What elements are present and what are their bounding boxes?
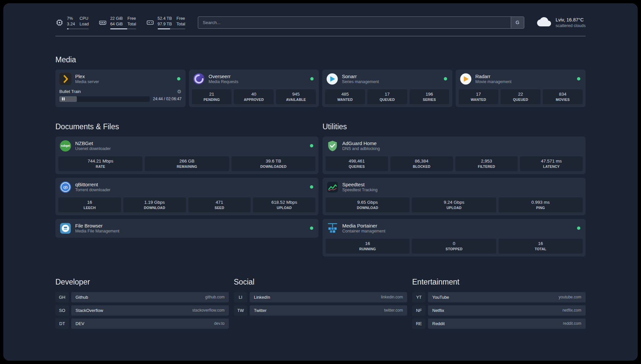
- service-card-plex[interactable]: Plex Media server Bullet Train ⚙: [55, 70, 186, 107]
- stat-value: 945: [277, 92, 315, 97]
- bookmark-url: youtube.com: [559, 295, 581, 299]
- top-bar: 7% 3.24 CPU Load: [55, 16, 586, 29]
- search-bar[interactable]: G: [198, 16, 524, 29]
- adguard-icon: [326, 140, 339, 152]
- section-entertainment: Entertainment YT YouTube youtube.com NF …: [412, 278, 586, 329]
- memory-total-label: Total: [127, 21, 136, 27]
- stat-value: 0: [412, 241, 495, 246]
- memory-icon: [99, 18, 107, 27]
- bookmark-reddit[interactable]: RE Reddit reddit.com: [412, 318, 586, 329]
- bookmark-name: Netflix: [432, 308, 444, 313]
- stat-value: 40: [234, 92, 273, 97]
- stat-value: 266 GB: [145, 159, 228, 164]
- bookmark-abbr: DT: [55, 318, 69, 329]
- status-dot: [310, 77, 314, 80]
- status-dot: [310, 227, 313, 230]
- stat-label: RUNNING: [326, 247, 409, 251]
- stat-value: 1.19 Gbps: [124, 200, 185, 205]
- bookmark-abbr: NF: [412, 305, 426, 316]
- stat-value: 0.993 ms: [499, 200, 582, 205]
- sonarr-icon: [326, 73, 338, 85]
- portainer-icon: [326, 222, 339, 234]
- status-dot: [310, 144, 313, 147]
- bookmark-url: dev.to: [214, 321, 225, 326]
- stat-value: 485: [326, 92, 364, 97]
- service-name: qBittorrent: [75, 182, 110, 187]
- bookmark-twitter[interactable]: TW Twitter twitter.com: [234, 305, 407, 316]
- bookmark-name: LinkedIn: [254, 295, 270, 300]
- stat-value: 618.52 Mbps: [254, 200, 315, 205]
- service-name: Speedtest: [342, 182, 378, 187]
- stat-label: UPLOAD: [254, 206, 315, 210]
- bookmark-github[interactable]: GH Github github.com: [55, 292, 229, 302]
- bookmark-abbr: YT: [412, 292, 426, 302]
- service-card-sonarr[interactable]: Sonarr Series management 485 WANTED 17 Q…: [322, 70, 452, 107]
- service-subtitle: Media Requests: [209, 79, 238, 84]
- section-social: Social LI LinkedIn linkedin.com TW Twitt…: [234, 278, 407, 316]
- stat-box: 1.19 Gbps DOWNLOAD: [123, 197, 186, 212]
- playback-progress-bar: [59, 96, 150, 102]
- stat-value: 471: [189, 200, 250, 205]
- gear-icon[interactable]: ⚙: [177, 89, 181, 94]
- stat-label: WANTED: [326, 98, 364, 102]
- stat-box: 40 APPROVED: [234, 89, 274, 104]
- stat-label: APPROVED: [234, 98, 273, 102]
- service-subtitle: Container management: [342, 229, 385, 233]
- service-card-speedtest[interactable]: Speedtest Speedtest Tracking 9.65 Gbps D…: [322, 178, 586, 215]
- service-subtitle: Usenet downloader: [75, 146, 111, 151]
- bookmark-youtube[interactable]: YT YouTube youtube.com: [412, 292, 586, 302]
- service-card-filebrowser[interactable]: File Browser Media File Management: [55, 219, 319, 238]
- service-card-overseerr[interactable]: Overseerr Media Requests 21 PENDING 40 A…: [189, 70, 319, 107]
- memory-total-value: 64 GiB: [110, 21, 123, 27]
- memory-progress-bar: [110, 28, 136, 29]
- bookmark-abbr: RE: [412, 318, 426, 329]
- stat-value: 16: [59, 200, 120, 205]
- stat-box: 744.21 Mbps RATE: [58, 156, 142, 171]
- service-card-portainer[interactable]: Media Portainer Container management 16 …: [322, 219, 586, 257]
- svg-text:qb: qb: [63, 185, 68, 190]
- stat-label: LATENCY: [521, 165, 582, 168]
- bookmark-url: linkedin.com: [381, 295, 403, 299]
- stat-label: PENDING: [193, 98, 231, 102]
- stat-box: 16 LEECH: [58, 197, 121, 212]
- service-name: Plex: [75, 74, 99, 79]
- bookmark-dev[interactable]: DT DEV dev.to: [55, 318, 229, 329]
- stat-value: 9.65 Gbps: [326, 200, 409, 205]
- service-subtitle: Series management: [342, 79, 379, 84]
- radarr-icon: [460, 73, 472, 85]
- bookmark-name: Github: [76, 295, 88, 300]
- service-subtitle: Movie management: [475, 79, 512, 84]
- search-input[interactable]: [198, 17, 511, 28]
- stat-box: 196 SERIES: [410, 89, 449, 104]
- stat-label: MOVIES: [543, 98, 582, 102]
- service-card-qbittorrent[interactable]: qb qBittorrent Torrent downloader 16: [55, 178, 319, 215]
- status-dot: [577, 227, 580, 230]
- service-card-nzbget[interactable]: nzbget NZBGet Usenet downloader 744.21 M…: [55, 136, 319, 174]
- stat-value: 196: [410, 92, 449, 97]
- bookmark-stackoverflow[interactable]: SO StackOverflow stackoverflow.com: [55, 305, 229, 316]
- cpu-load-label: Load: [79, 21, 89, 27]
- plex-icon: [59, 73, 72, 85]
- cpu-icon: [55, 18, 64, 27]
- service-subtitle: Media server: [75, 79, 99, 84]
- stat-box: 17 WANTED: [459, 89, 499, 104]
- stat-label: SERIES: [410, 98, 449, 102]
- stat-label: LEECH: [59, 206, 120, 210]
- stat-box: 9.65 Gbps DOWNLOAD: [325, 197, 410, 212]
- stat-label: PING: [499, 206, 582, 210]
- status-dot: [577, 77, 580, 80]
- section-utilities: Utilities AdGuard Home DNS and adblockin…: [322, 122, 586, 257]
- section-title-social: Social: [234, 278, 407, 287]
- service-card-adguard[interactable]: AdGuard Home DNS and adblocking 498,461 …: [322, 136, 586, 174]
- disk-total-value: 97.9 TB: [158, 21, 172, 27]
- search-provider-button[interactable]: G: [511, 17, 524, 28]
- stat-box: 0.993 ms PING: [499, 197, 583, 212]
- status-dot: [444, 77, 447, 80]
- bookmark-netflix[interactable]: NF Netflix netflix.com: [412, 305, 586, 316]
- service-card-radarr[interactable]: Radarr Movie management 17 WANTED 22 QUE…: [456, 70, 586, 107]
- bookmark-name: Reddit: [432, 321, 445, 326]
- stat-label: DOWNLOAD: [124, 206, 185, 210]
- bookmark-linkedin[interactable]: LI LinkedIn linkedin.com: [234, 292, 407, 302]
- bookmark-name: YouTube: [432, 295, 449, 300]
- stat-value: 744.21 Mbps: [59, 159, 142, 164]
